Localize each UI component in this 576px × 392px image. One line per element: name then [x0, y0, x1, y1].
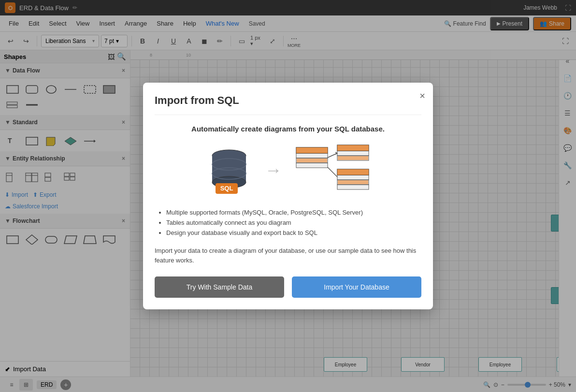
modal-title: Import from SQL: [155, 94, 421, 107]
svg-line-63: [335, 153, 337, 154]
modal-close-button[interactable]: ×: [419, 90, 425, 102]
svg-rect-44: [297, 159, 327, 162]
bullet-1: Multiple supported formats (MySQL, Oracl…: [166, 209, 421, 216]
db-icon: SQL: [205, 144, 253, 197]
modal-description: Import your data to create a diagram of …: [155, 246, 421, 265]
svg-rect-59: [338, 185, 368, 189]
erd-tables-icon: [294, 143, 371, 197]
import-database-button[interactable]: Import Your Database: [292, 276, 421, 298]
svg-line-61: [328, 167, 337, 177]
modal-divider: [155, 115, 421, 115]
svg-rect-42: [296, 147, 328, 153]
svg-rect-58: [338, 180, 368, 184]
modal-illustration: SQL →: [155, 143, 421, 197]
svg-rect-51: [338, 156, 368, 160]
modal-actions: Try With Sample Data Import Your Databas…: [155, 276, 421, 298]
svg-rect-57: [338, 175, 368, 179]
arrow-right-icon: →: [265, 160, 282, 180]
modal-dialog: Import from SQL × Automatically create d…: [143, 83, 433, 309]
svg-rect-45: [297, 163, 327, 167]
bullet-3: Design your database visually and export…: [166, 229, 421, 236]
svg-rect-49: [337, 145, 369, 151]
modal-subtitle: Automatically create diagrams from your …: [155, 125, 421, 133]
modal-bullets: Multiple supported formats (MySQL, Oracl…: [155, 209, 421, 236]
modal-overlay[interactable]: Import from SQL × Automatically create d…: [0, 0, 576, 392]
svg-text:SQL: SQL: [220, 185, 233, 192]
svg-rect-50: [338, 151, 368, 155]
svg-rect-56: [337, 169, 369, 175]
svg-rect-43: [297, 154, 327, 158]
try-sample-data-button[interactable]: Try With Sample Data: [155, 276, 284, 298]
bullet-2: Tables automatically connect as you diag…: [166, 219, 421, 226]
